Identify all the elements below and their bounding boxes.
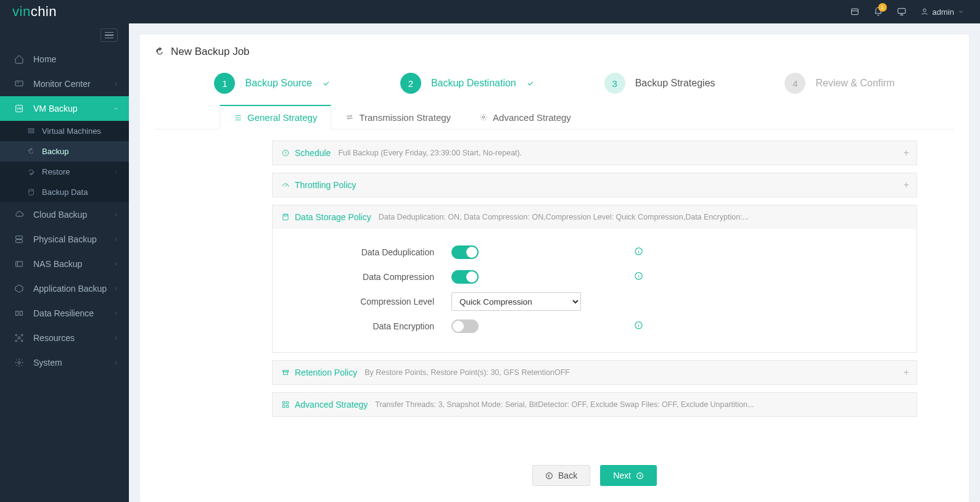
chevron-right-icon xyxy=(113,81,119,87)
row-data-compression: Data Compression xyxy=(291,265,898,289)
monitor-icon[interactable] xyxy=(897,7,907,17)
svg-rect-44 xyxy=(284,372,288,375)
step-number: 3 xyxy=(604,73,625,94)
database-icon xyxy=(27,188,36,197)
sidebar-item-data-resilience[interactable]: Data Resilience xyxy=(0,301,129,326)
sidebar-subitem-restore[interactable]: Restore xyxy=(0,162,129,182)
button-label: Next xyxy=(613,471,631,480)
sidebar-toggle[interactable] xyxy=(0,23,129,47)
step-backup-source[interactable]: 1 Backup Source xyxy=(214,73,331,94)
refresh-icon xyxy=(155,47,165,57)
panel-schedule: Schedule Full Backup (Every Friday, 23:3… xyxy=(272,141,917,165)
transfer-icon xyxy=(345,113,354,121)
panel-header-advanced[interactable]: Advanced Strategy Transfer Threads: 3, S… xyxy=(273,393,916,416)
nas-icon xyxy=(14,258,25,270)
svg-rect-0 xyxy=(851,9,858,14)
chevron-right-icon xyxy=(113,335,119,341)
step-number: 1 xyxy=(214,73,235,94)
chevron-down-icon xyxy=(958,9,964,15)
panel-summary: Data Deduplication: ON, Data Compression… xyxy=(379,213,908,221)
svg-rect-6 xyxy=(15,81,23,86)
user-menu[interactable]: admin xyxy=(920,7,968,17)
user-name: admin xyxy=(933,7,954,17)
vm-icon: VM xyxy=(14,103,25,114)
sidebar-item-vm-backup[interactable]: VM VM Backup xyxy=(0,96,129,121)
step-number: 4 xyxy=(784,73,805,94)
select-compression-level[interactable]: Quick Compression xyxy=(451,292,581,311)
sidebar-item-nas-backup[interactable]: NAS Backup xyxy=(0,252,129,276)
bell-icon[interactable]: 1 xyxy=(873,7,883,17)
panel-header-data-storage[interactable]: Data Storage Policy Data Deduplication: … xyxy=(273,205,916,229)
svg-rect-10 xyxy=(28,128,34,130)
list-icon[interactable] xyxy=(850,7,860,17)
step-label: Backup Strategies xyxy=(635,78,715,89)
sidebar-item-label: NAS Backup xyxy=(33,259,82,269)
sidebar-item-label: Cloud Backup xyxy=(33,210,87,220)
info-icon[interactable] xyxy=(634,321,643,332)
wizard-steps: 1 Backup Source 2 Backup Destination 3 B… xyxy=(155,73,954,94)
info-icon[interactable] xyxy=(634,271,643,283)
sidebar-item-resources[interactable]: Resources xyxy=(0,326,129,350)
svg-rect-11 xyxy=(28,131,34,133)
svg-point-50 xyxy=(637,472,643,479)
expand-icon: + xyxy=(904,179,909,191)
gear-icon xyxy=(14,357,25,368)
step-backup-strategies[interactable]: 3 Backup Strategies xyxy=(604,73,715,94)
panel-header-schedule[interactable]: Schedule Full Backup (Every Friday, 23:3… xyxy=(273,141,916,165)
sidebar-subitem-backup-data[interactable]: Backup Data xyxy=(0,182,129,202)
step-label: Review & Confirm xyxy=(815,78,894,89)
panel-title: Retention Policy xyxy=(295,368,357,377)
panel-header-retention[interactable]: Retention Policy By Restore Points, Rest… xyxy=(273,361,916,384)
tab-label: Transmission Strategy xyxy=(359,112,451,123)
sidebar-item-cloud-backup[interactable]: Cloud Backup xyxy=(0,202,129,227)
strategy-tabs: General Strategy Transmission Strategy A… xyxy=(155,105,954,130)
sidebar-item-system[interactable]: System xyxy=(0,350,129,375)
sidebar-subitem-backup[interactable]: Backup xyxy=(0,141,129,162)
step-review-confirm[interactable]: 4 Review & Confirm xyxy=(784,73,894,94)
check-icon xyxy=(322,79,331,88)
tab-advanced-strategy[interactable]: Advanced Strategy xyxy=(465,105,585,129)
panel-title: Data Storage Policy xyxy=(295,212,371,222)
svg-point-24 xyxy=(21,340,23,342)
toggle-data-compression[interactable] xyxy=(451,270,479,284)
restore-icon xyxy=(27,168,36,176)
row-compression-level: Compression Level Quick Compression xyxy=(291,289,898,314)
sidebar-item-label: Home xyxy=(33,54,56,64)
server-icon xyxy=(14,234,25,245)
chevron-right-icon xyxy=(113,212,119,218)
svg-point-23 xyxy=(15,340,17,342)
panel-advanced: Advanced Strategy Transfer Threads: 3, S… xyxy=(272,392,917,417)
page-title: New Backup Job xyxy=(155,46,954,58)
panel-title: Throttling Policy xyxy=(295,180,356,190)
brand-logo: vinchin xyxy=(12,4,57,20)
svg-rect-48 xyxy=(286,405,289,408)
panel-body-data-storage: Data Deduplication Data Compression xyxy=(273,229,916,352)
toggle-data-encryption[interactable] xyxy=(451,319,479,333)
sidebar-item-label: Physical Backup xyxy=(33,234,97,244)
svg-point-12 xyxy=(29,189,34,191)
app-icon xyxy=(14,283,25,294)
step-backup-destination[interactable]: 2 Backup Destination xyxy=(400,73,535,94)
sidebar-item-physical-backup[interactable]: Physical Backup xyxy=(0,227,129,252)
back-button[interactable]: Back xyxy=(532,465,590,486)
topbar: vinchin 1 admin xyxy=(0,0,980,23)
chevron-right-icon xyxy=(113,169,119,175)
sidebar-item-monitor-center[interactable]: Monitor Center xyxy=(0,72,129,96)
tab-general-strategy[interactable]: General Strategy xyxy=(220,105,331,130)
field-label: Data Deduplication xyxy=(291,247,451,257)
svg-text:VM: VM xyxy=(17,107,22,110)
sidebar-item-application-backup[interactable]: Application Backup xyxy=(0,276,129,301)
sidebar-item-home[interactable]: Home xyxy=(0,47,129,72)
tab-transmission-strategy[interactable]: Transmission Strategy xyxy=(331,105,465,129)
toggle-data-deduplication[interactable] xyxy=(451,245,479,259)
resources-icon xyxy=(14,332,25,344)
field-label: Compression Level xyxy=(291,297,451,307)
panel-header-throttling[interactable]: Throttling Policy + xyxy=(273,173,916,197)
svg-rect-33 xyxy=(284,214,287,216)
info-icon[interactable] xyxy=(634,247,643,258)
chevron-right-icon xyxy=(113,310,119,316)
sidebar-subitem-virtual-machines[interactable]: Virtual Machines xyxy=(0,121,129,141)
hamburger-icon xyxy=(101,28,118,42)
gauge-icon xyxy=(281,181,290,189)
next-button[interactable]: Next xyxy=(600,465,657,486)
